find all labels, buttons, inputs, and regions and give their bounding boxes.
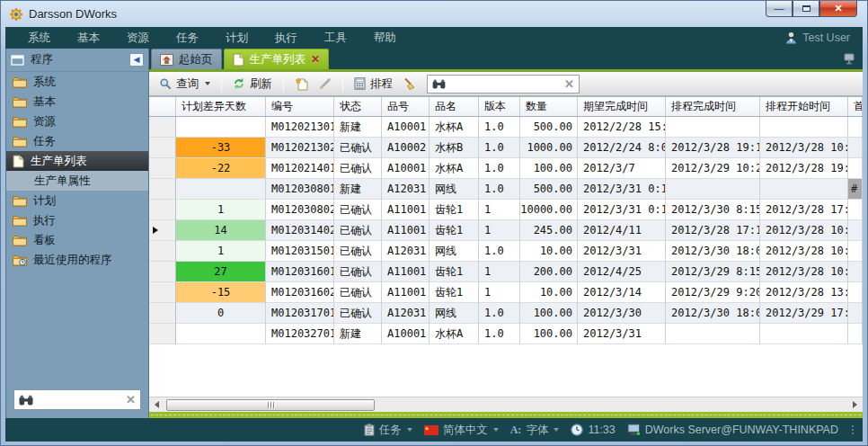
cell-status[interactable]: 已确认 xyxy=(334,262,382,282)
cell-diff[interactable] xyxy=(176,324,266,344)
cell-qty[interactable]: 245.00 xyxy=(520,220,578,241)
cell-extra[interactable] xyxy=(848,282,863,303)
row-header-cell[interactable] xyxy=(149,303,176,324)
row-header-cell[interactable] xyxy=(149,241,176,262)
cell-item_no[interactable]: A10001 xyxy=(382,117,430,138)
cell-sched_finish[interactable]: 2012/3/28 17:13 xyxy=(666,220,760,241)
row-header-cell[interactable] xyxy=(149,158,176,179)
cell-version[interactable]: 1.0 xyxy=(479,158,520,179)
cell-expected[interactable]: 2012/2/28 15:00 xyxy=(578,117,666,138)
cell-diff[interactable]: 1 xyxy=(176,200,266,220)
cell-sched_finish[interactable]: 2012/3/29 10:20 xyxy=(666,158,760,179)
cell-extra[interactable] xyxy=(848,303,863,324)
cell-sched_finish[interactable] xyxy=(666,179,760,200)
cell-code[interactable]: M012031701 xyxy=(266,303,334,324)
cell-item_name[interactable]: 网线 xyxy=(430,179,479,200)
cell-expected[interactable]: 2012/3/14 xyxy=(578,282,666,303)
cell-item_no[interactable]: A12031 xyxy=(382,179,430,200)
sidebar-item-3[interactable]: 任务 xyxy=(6,131,148,151)
cell-code[interactable]: M012021301 xyxy=(266,117,334,138)
column-header-5[interactable]: 品名 xyxy=(430,97,479,116)
resize-grip[interactable] xyxy=(852,425,854,434)
cell-diff[interactable]: 1 xyxy=(176,241,266,262)
toolbar-search-clear-icon[interactable]: ✕ xyxy=(564,78,574,90)
scrollbar-thumb[interactable] xyxy=(166,399,375,411)
cell-item_name[interactable]: 齿轮1 xyxy=(430,262,479,282)
cell-sched_start[interactable] xyxy=(760,117,848,138)
row-header-cell[interactable] xyxy=(149,117,176,138)
cell-status[interactable]: 新建 xyxy=(334,117,382,138)
cell-item_no[interactable]: A10001 xyxy=(382,158,430,179)
cell-qty[interactable]: 100.00 xyxy=(520,303,578,324)
sidebar-item-1[interactable]: 基本 xyxy=(6,92,148,112)
table-row[interactable]: 1M012030802已确认A11001齿轮1110000.002012/3/3… xyxy=(149,200,863,220)
menu-item-0[interactable]: 系统 xyxy=(14,27,64,49)
clean-button[interactable] xyxy=(400,76,420,92)
close-button[interactable]: ✕ xyxy=(819,0,857,17)
server-status[interactable]: DWorks Server@FUNWAY-THINKPAD xyxy=(627,424,838,436)
cell-expected[interactable]: 2012/3/31 0:17 xyxy=(578,200,666,220)
toolbar-search-input[interactable] xyxy=(450,77,560,90)
cell-sched_finish[interactable]: 2012/3/29 8:15 xyxy=(666,262,760,282)
cell-extra[interactable] xyxy=(848,262,863,282)
cell-diff[interactable]: -22 xyxy=(176,158,266,179)
cell-version[interactable]: 1.0 xyxy=(479,324,520,344)
refresh-button[interactable]: 刷新 xyxy=(230,75,275,94)
cell-status[interactable]: 已确认 xyxy=(334,282,382,303)
sidebar-item-7[interactable]: 执行 xyxy=(6,210,148,230)
cell-version[interactable]: 1 xyxy=(479,262,520,282)
cell-item_name[interactable]: 网线 xyxy=(430,303,479,324)
table-row[interactable]: -15M012031602已确认A11001齿轮1110.002012/3/14… xyxy=(149,282,863,303)
sidebar-item-5[interactable]: 生产单属性 xyxy=(6,171,148,191)
cell-status[interactable]: 已确认 xyxy=(334,220,382,241)
cell-item_no[interactable]: A11001 xyxy=(382,262,430,282)
row-header-cell[interactable] xyxy=(149,138,176,158)
sidebar-item-6[interactable]: 计划 xyxy=(6,191,148,210)
sidebar-collapse-button[interactable]: ◀ xyxy=(129,53,144,67)
cell-item_no[interactable]: A11001 xyxy=(382,282,430,303)
cell-item_no[interactable]: A10002 xyxy=(382,138,430,158)
row-header-cell[interactable] xyxy=(149,220,176,241)
column-header-1[interactable]: 计划差异天数 xyxy=(176,97,266,116)
cell-expected[interactable]: 2012/3/31 xyxy=(578,241,666,262)
row-header-cell[interactable] xyxy=(149,179,176,200)
cell-version[interactable]: 1.0 xyxy=(479,117,520,138)
new-button[interactable] xyxy=(292,76,312,93)
cell-sched_start[interactable]: 2012/3/29 17:46 xyxy=(760,303,848,324)
cell-qty[interactable]: 500.00 xyxy=(520,179,578,200)
table-row[interactable]: 14M012031402已确认A11001齿轮11245.002012/4/11… xyxy=(149,220,863,241)
sidebar-item-8[interactable]: 看板 xyxy=(6,230,148,250)
table-row[interactable]: M012032701新建A10001水杯A1.0100.002012/3/31 xyxy=(149,324,863,344)
query-button[interactable]: 查询 xyxy=(156,75,213,94)
menu-item-5[interactable]: 执行 xyxy=(261,27,311,49)
scroll-right-button[interactable] xyxy=(847,397,863,412)
cell-extra[interactable] xyxy=(848,220,863,241)
cell-sched_start[interactable]: 2012/3/28 13:40 xyxy=(760,282,848,303)
cell-status[interactable]: 已确认 xyxy=(334,138,382,158)
restore-button[interactable] xyxy=(793,0,819,17)
cell-version[interactable]: 1.0 xyxy=(479,138,520,158)
column-header-3[interactable]: 状态 xyxy=(334,97,382,116)
cell-sched_start[interactable]: 2012/3/28 10:52 xyxy=(760,241,848,262)
cell-sched_start[interactable]: 2012/3/28 17:13 xyxy=(760,200,848,220)
minimize-button[interactable]: — xyxy=(766,0,793,17)
cell-version[interactable]: 1 xyxy=(479,200,520,220)
cell-item_name[interactable]: 水杯A xyxy=(430,117,479,138)
cell-code[interactable]: M012031602 xyxy=(266,282,334,303)
cell-qty[interactable]: 10.00 xyxy=(520,241,578,262)
column-header-7[interactable]: 数量 xyxy=(520,97,578,116)
cell-version[interactable]: 1 xyxy=(479,282,520,303)
sidebar-item-2[interactable]: 资源 xyxy=(6,112,148,131)
cell-item_name[interactable]: 网线 xyxy=(430,241,479,262)
cell-sched_finish[interactable]: 2012/3/30 18:00 xyxy=(666,241,760,262)
menu-item-2[interactable]: 资源 xyxy=(113,27,163,49)
cell-sched_start[interactable]: 2012/3/28 10:52 xyxy=(760,220,848,241)
tasks-menu[interactable]: 任务 xyxy=(364,423,412,438)
cell-expected[interactable]: 2012/3/30 xyxy=(578,303,666,324)
cell-code[interactable]: M012030802 xyxy=(266,200,334,220)
cell-code[interactable]: M012032701 xyxy=(266,324,334,344)
font-menu[interactable]: A: 字体 xyxy=(510,423,560,438)
cell-sched_start[interactable]: 2012/3/28 10:52 xyxy=(760,138,848,158)
cell-sched_finish[interactable] xyxy=(666,117,760,138)
cell-diff[interactable]: -33 xyxy=(176,138,266,158)
